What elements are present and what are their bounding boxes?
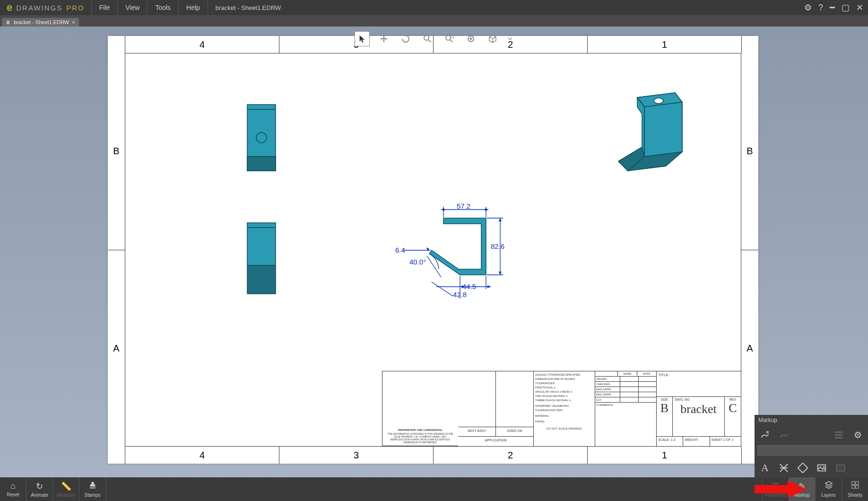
sheets-button[interactable]: Sheets <box>842 477 868 501</box>
minimize-icon[interactable]: ━ <box>830 2 835 13</box>
stamp-markup-icon[interactable] <box>833 460 848 475</box>
tab-doc-icon: 🗎 <box>6 19 11 25</box>
bracket-top-view <box>245 102 278 173</box>
tb-dwg-no: bracket <box>673 402 724 416</box>
refresh-icon: ↻ <box>36 481 43 492</box>
menu-help[interactable]: Help <box>179 0 208 15</box>
tabbar: 🗎 bracket - Sheet1.EDRW × <box>0 15 868 26</box>
dim-82-6: 82.6 <box>491 242 504 250</box>
markup-options-icon[interactable]: ⚙ <box>850 427 865 442</box>
dimension-markup-icon[interactable] <box>776 460 791 475</box>
dim-57-2: 57.2 <box>457 204 470 210</box>
home-icon: ⌂ <box>10 481 16 491</box>
ruler-row-a: A <box>108 250 125 447</box>
menu-view[interactable]: View <box>118 0 148 15</box>
svg-rect-33 <box>835 434 842 436</box>
svg-point-0 <box>424 35 429 40</box>
svg-point-28 <box>654 98 663 104</box>
pan-tool[interactable] <box>376 31 391 46</box>
zoom-area-tool[interactable] <box>442 31 457 46</box>
tb-proprietary: PROPRIETARY AND CONFIDENTIAL <box>384 429 456 431</box>
stamp-icon <box>88 481 97 492</box>
svg-rect-46 <box>855 482 858 484</box>
svg-point-40 <box>823 466 825 467</box>
svg-rect-34 <box>835 437 842 439</box>
dim-42-8: 42.8 <box>453 290 467 299</box>
svg-rect-11 <box>247 157 276 171</box>
settings-icon[interactable]: ⚙ <box>804 2 812 13</box>
ruler-bottom: 4 3 2 1 <box>108 447 758 464</box>
layers-button[interactable]: Layers <box>815 477 842 501</box>
ruler-col-1: 1 <box>587 36 741 53</box>
reply-markup-icon[interactable] <box>776 427 791 442</box>
bracket-front-view <box>245 220 278 296</box>
ruler-icon: 📏 <box>61 481 71 492</box>
zoom-tool[interactable] <box>420 31 435 46</box>
tb-scale: SCALE: 1:2 <box>657 437 683 446</box>
document-tab[interactable]: 🗎 bracket - Sheet1.EDRW × <box>2 18 79 26</box>
markup-list-icon[interactable] <box>831 427 846 442</box>
view-toolbar <box>355 31 513 46</box>
menubar: e DRAWINGS PRO File View Tools Help brac… <box>0 0 868 15</box>
rotate-tool[interactable] <box>398 31 413 46</box>
logo-e-icon: e <box>7 1 13 14</box>
logo-pro: PRO <box>66 4 85 12</box>
sheets-icon <box>851 481 859 492</box>
tb-donotscale: DO NOT SCALE DRAWING <box>535 427 593 431</box>
maximize-icon[interactable]: ▢ <box>842 2 850 13</box>
svg-rect-45 <box>851 482 854 484</box>
reset-button[interactable]: ⌂ Reset <box>0 477 26 501</box>
dim-6-4: 6.4 <box>395 246 405 254</box>
tb-title-label: TITLE: <box>657 371 741 397</box>
svg-rect-47 <box>851 485 854 488</box>
bracket-side-view: 57.2 82.6 6.4 40.0° 44.5 42.8 <box>358 204 538 327</box>
svg-marker-44 <box>755 480 807 498</box>
shape-markup-icon[interactable] <box>795 460 810 475</box>
dim-40-deg: 40.0° <box>409 258 426 266</box>
zoom-fit-tool[interactable] <box>463 31 478 46</box>
menu-file[interactable]: File <box>92 0 118 15</box>
close-icon[interactable]: ✕ <box>856 2 863 13</box>
drawing-sheet[interactable]: 4 3 2 1 4 3 2 1 B A B A <box>108 36 758 464</box>
svg-line-1 <box>428 40 431 42</box>
bottom-bar: ⌂ Reset ↻ Animate 📏 Measure Stamps ☰ Pro… <box>0 477 868 501</box>
measure-button[interactable]: 📏 Measure <box>53 477 79 501</box>
text-markup-icon[interactable]: A <box>757 460 773 475</box>
svg-rect-41 <box>837 465 845 471</box>
bracket-iso-view <box>609 90 694 190</box>
tb-sheet: SHEET 1 OF 1 <box>710 437 741 446</box>
svg-rect-13 <box>247 223 276 265</box>
new-markup-icon[interactable] <box>757 427 773 442</box>
title-block: PROPRIETARY AND CONFIDENTIAL THE INFORMA… <box>382 371 741 447</box>
annotation-arrow <box>755 480 807 498</box>
select-tool[interactable] <box>355 31 370 46</box>
tab-close-icon[interactable]: × <box>72 19 75 25</box>
help-icon[interactable]: ? <box>818 3 823 13</box>
window-controls: ⚙ ? ━ ▢ ✕ <box>799 0 868 15</box>
markup-panel: Markup ⚙ A <box>755 415 868 477</box>
canvas[interactable]: 4 3 2 1 4 3 2 1 B A B A <box>0 26 868 477</box>
svg-line-27 <box>432 282 453 296</box>
app-logo: e DRAWINGS PRO <box>0 0 92 15</box>
tb-next-assy: NEXT ASSY <box>458 427 496 436</box>
markup-panel-title: Markup <box>755 415 868 425</box>
tb-application: APPLICATION <box>458 437 533 446</box>
svg-rect-48 <box>855 485 858 488</box>
logo-text: DRAWINGS <box>16 4 62 12</box>
3d-view-tool[interactable] <box>485 31 500 46</box>
image-markup-icon[interactable] <box>814 460 829 475</box>
layers-icon <box>825 481 833 492</box>
ruler-col-4: 4 <box>125 36 279 53</box>
svg-line-3 <box>450 40 452 42</box>
menu-tools[interactable]: Tools <box>148 0 179 15</box>
tb-rev: C <box>729 401 737 415</box>
stamps-button[interactable]: Stamps <box>79 477 106 501</box>
dim-44-5: 44.5 <box>462 282 476 290</box>
svg-rect-38 <box>798 463 808 473</box>
markup-search-input[interactable] <box>757 445 868 456</box>
animate-button[interactable]: ↻ Animate <box>26 477 53 501</box>
svg-point-31 <box>766 431 769 434</box>
tb-weight: WEIGHT: <box>683 437 710 446</box>
svg-rect-32 <box>835 431 842 433</box>
view-dropdown-icon[interactable] <box>507 31 513 46</box>
